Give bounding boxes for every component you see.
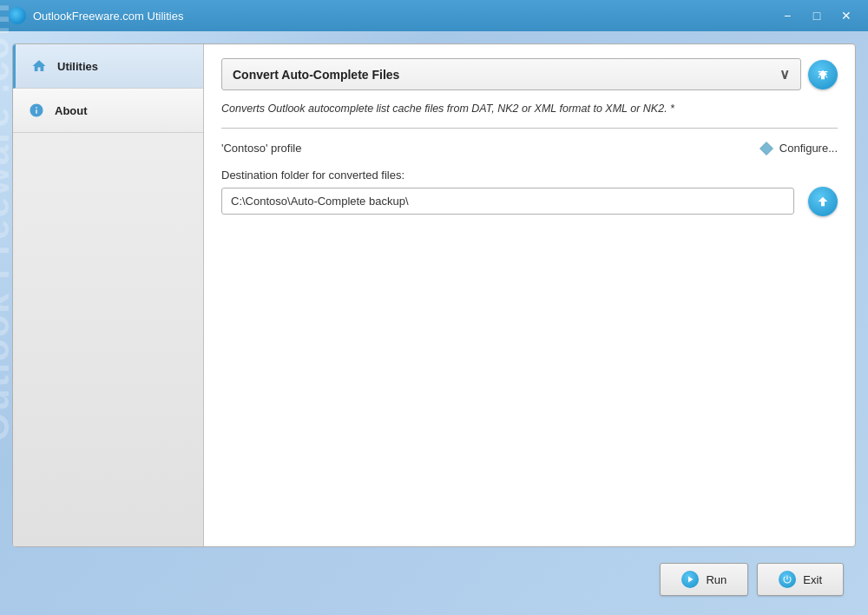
folder-label: Destination folder for converted files:: [221, 169, 838, 182]
main-container: Outlook Freeware .com Utilities About: [0, 31, 868, 615]
sidebar-item-utilities[interactable]: Utilities: [13, 44, 203, 89]
dropdown-label: Convert Auto-Complete Files: [233, 68, 399, 82]
configure-label: Configure...: [779, 142, 838, 155]
title-bar-title: OutlookFreeware.com Utilities: [33, 10, 774, 23]
configure-button[interactable]: Configure...: [759, 141, 838, 156]
svg-marker-0: [760, 142, 773, 155]
run-button[interactable]: Run: [660, 563, 748, 596]
profile-row: 'Contoso' profile Configure...: [221, 141, 838, 156]
bottom-bar: Run Exit: [12, 556, 856, 603]
maximize-button[interactable]: □: [804, 6, 830, 25]
sidebar-utilities-label: Utilities: [57, 60, 98, 73]
info-icon: [27, 101, 46, 120]
title-bar: OutlookFreeware.com Utilities − □ ✕: [0, 0, 868, 31]
sidebar-item-about[interactable]: About: [13, 89, 203, 133]
run-label: Run: [706, 573, 727, 586]
power-icon: [782, 574, 792, 585]
upload-button[interactable]: [808, 60, 838, 89]
folder-input[interactable]: [221, 188, 794, 215]
run-icon: [681, 571, 699, 588]
close-button[interactable]: ✕: [833, 6, 859, 25]
minimize-button[interactable]: −: [774, 6, 800, 25]
exit-icon: [779, 571, 796, 588]
folder-input-row: [221, 187, 838, 216]
app-icon: [9, 7, 26, 24]
play-icon: [685, 574, 695, 585]
description-text: Converts Outlook autocomplete list cache…: [221, 101, 838, 117]
diamond-icon: [759, 141, 774, 156]
window-controls: − □ ✕: [774, 6, 859, 25]
folder-up-icon: [816, 195, 830, 208]
profile-label: 'Contoso' profile: [221, 142, 301, 155]
function-dropdown[interactable]: Convert Auto-Complete Files ∨: [221, 58, 801, 90]
inner-window: Utilities About Convert Auto-Complete Fi…: [12, 43, 856, 547]
dropdown-row: Convert Auto-Complete Files ∨: [221, 58, 838, 90]
browse-button[interactable]: [808, 187, 838, 216]
sidebar-about-label: About: [55, 104, 88, 117]
arrow-up-icon: [816, 68, 830, 82]
home-icon: [30, 56, 49, 76]
exit-label: Exit: [803, 573, 822, 586]
chevron-down-icon: ∨: [779, 66, 790, 83]
content-area: Convert Auto-Complete Files ∨ Converts O…: [204, 44, 855, 546]
sidebar: Utilities About: [13, 44, 204, 546]
exit-button[interactable]: Exit: [757, 563, 844, 596]
divider: [221, 128, 838, 129]
